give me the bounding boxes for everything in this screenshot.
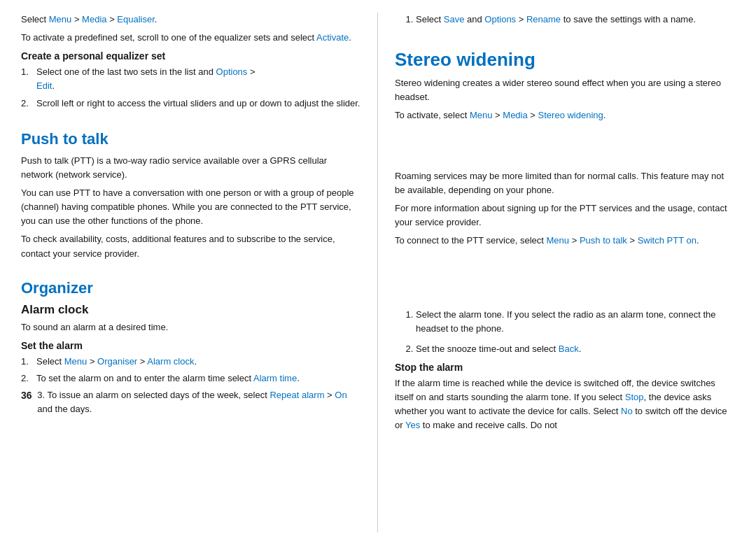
stop-alarm-body: If the alarm time is reached while the d… [395,376,735,433]
media-link-1[interactable]: Media [82,14,106,24]
equaliser-link[interactable]: Equaliser [117,14,154,24]
equalizer-instruction-1: Select Menu > Media > Equaliser. [21,13,360,27]
save-step-list: Select Save and Options > Rename to save… [395,13,735,27]
push-body-2: You can use PTT to have a conversation w… [21,186,360,228]
create-steps-list: 1. Select one of the last two sets in th… [21,65,360,110]
alarm-steps-list: 1. Select Menu > Organiser > Alarm clock… [21,355,360,417]
on-link[interactable]: On [335,390,346,400]
stereo-widening-link[interactable]: Stereo widening [538,110,603,120]
options-link-1[interactable]: Options [216,66,248,77]
organizer-header: Organizer [21,279,360,297]
stop-link[interactable]: Stop [625,392,644,402]
alarm-step-5: Set the snooze time-out and select Back. [416,342,735,356]
push-body-3: To check availability, costs, additional… [21,232,360,260]
right-column: Select Save and Options > Rename to save… [378,13,735,532]
menu-link-alarm[interactable]: Menu [64,356,88,367]
options-link-save[interactable]: Options [484,14,516,24]
push-to-talk-section: Push to talk Push to talk (PTT) is a two… [21,123,360,265]
menu-link-stereo[interactable]: Menu [470,110,493,120]
alarm-step-2: 2. To set the alarm on and to enter the … [21,371,360,385]
alarm-body: To sound an alarm at a desired time. [21,320,360,334]
create-personal-header: Create a personal equalizer set [21,50,360,62]
menu-link-1[interactable]: Menu [49,14,72,24]
create-step-2: 2. Scroll left or right to access the vi… [21,97,360,111]
roaming-body-2: For more information about signing up fo… [395,201,735,229]
push-to-talk-header: Push to talk [21,130,360,148]
no-link[interactable]: No [621,406,633,416]
roaming-body-1: Roaming services may be more limited tha… [395,169,735,197]
edit-link[interactable]: Edit [36,80,52,91]
connect-ptt-text: To connect to the PTT service, select Me… [395,234,735,248]
alarm-clock-section: Alarm clock To sound an alarm at a desir… [21,303,360,417]
alarm-time-link[interactable]: Alarm time [253,373,297,383]
stop-alarm-header: Stop the alarm [395,362,735,373]
alarm-right-section: Select the alarm tone. If you select the… [395,308,735,437]
save-options-section: Select Save and Options > Rename to save… [395,13,735,31]
rename-link[interactable]: Rename [526,14,561,24]
organizer-section: Organizer Alarm clock To sound an alarm … [21,272,360,421]
back-link[interactable]: Back [559,344,579,354]
page-container: Select Menu > Media > Equaliser. To acti… [0,0,756,545]
organiser-link[interactable]: Organiser [97,356,137,367]
save-link[interactable]: Save [444,14,465,24]
create-step-1: 1. Select one of the last two sets in th… [21,65,360,93]
push-body-1: Push to talk (PTT) is a two-way radio se… [21,154,360,182]
alarm-step-1: 1. Select Menu > Organiser > Alarm clock… [21,355,360,369]
save-step-3: Select Save and Options > Rename to save… [416,13,735,27]
alarm-clock-header: Alarm clock [21,303,360,317]
switch-ptt-link[interactable]: Switch PTT on [638,235,696,246]
alarm-right-steps-list: Select the alarm tone. If you select the… [395,308,735,355]
stereo-widening-header: Stereo widening [395,49,735,71]
equalizer-activate-instruction: To activate a predefined set, scroll to … [21,31,360,45]
left-column: Select Menu > Media > Equaliser. To acti… [21,13,378,532]
alarm-clock-link[interactable]: Alarm clock [147,356,194,367]
stereo-activate-text: To activate, select Menu > Media > Stere… [395,108,735,122]
equalizer-top-section: Select Menu > Media > Equaliser. To acti… [21,13,360,115]
push-right-section: Roaming services may be more limited tha… [395,169,735,253]
alarm-step-3: 36 3. To issue an alarm on selected days… [21,388,360,416]
set-alarm-header: Set the alarm [21,340,360,351]
yes-link[interactable]: Yes [405,420,420,430]
repeat-alarm-link[interactable]: Repeat alarm [270,390,324,400]
stereo-body-1: Stereo widening creates a wider stereo s… [395,76,735,104]
media-link-stereo[interactable]: Media [503,110,527,120]
activate-link[interactable]: Activate [316,32,349,43]
push-to-talk-link[interactable]: Push to talk [580,235,627,246]
menu-link-ptt[interactable]: Menu [547,235,570,246]
alarm-step-4: Select the alarm tone. If you select the… [416,308,735,336]
page-number: 36 [21,388,32,404]
stereo-widening-section: Stereo widening Stereo widening creates … [395,42,735,127]
